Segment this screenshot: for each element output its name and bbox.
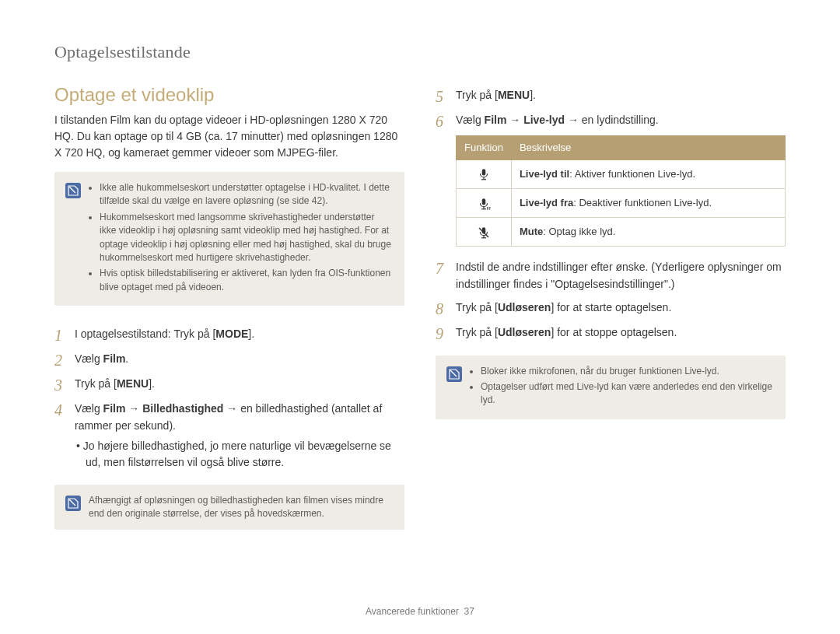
- mic-mute-icon: [457, 218, 512, 247]
- row2-desc: : Deaktiver funktionen Live-lyd.: [573, 197, 712, 208]
- sound-options-table: Funktion Beskrivelse Live-lyd til: Aktiv…: [456, 135, 786, 247]
- step-7: 7 Indstil de andre indstillinger efter ø…: [436, 259, 786, 292]
- step-number: 5: [436, 87, 448, 106]
- mode-label: MODE: [215, 328, 248, 340]
- step-number: 8: [436, 299, 448, 318]
- step-number: 2: [54, 351, 67, 370]
- note3-item: Bloker ikke mikrofonen, når du bruger fu…: [481, 365, 775, 378]
- table-row: FF Live-lyd fra: Deaktiver funktionen Li…: [457, 188, 786, 217]
- step-5: 5 Tryk på [MENU].: [436, 87, 786, 106]
- note3-item: Optagelser udført med Live-lyd kan være …: [481, 380, 775, 408]
- note1-item: Hvis optisk billedstabilisering er aktiv…: [100, 267, 394, 294]
- row3-label: Mute: [520, 226, 543, 237]
- step-number: 1: [54, 326, 67, 345]
- row2-label: Live-lyd fra: [520, 197, 573, 208]
- billedhastighed-label: Billedhastighed: [142, 402, 223, 415]
- arrow: →: [125, 402, 142, 415]
- step2-post: .: [125, 352, 128, 365]
- step6-a: Vælg: [456, 114, 485, 126]
- menu-label: MENU: [117, 377, 149, 390]
- film-label: Film: [485, 114, 507, 126]
- step8-post: ] for at starte optagelsen.: [551, 301, 671, 313]
- step-6: 6 Vælg Film → Live-lyd → en lydindstilli…: [436, 112, 786, 247]
- mic-on-icon: [457, 159, 512, 188]
- note-icon: [65, 183, 81, 198]
- step6-tail: → en lydindstilling.: [565, 114, 659, 126]
- note-box-2: Afhængigt af opløsningen og billedhastig…: [54, 485, 404, 531]
- th-funktion: Funktion: [457, 135, 512, 159]
- step4-a: Vælg: [75, 402, 103, 415]
- step1-post: ].: [248, 328, 254, 340]
- footer-page: 37: [464, 606, 474, 617]
- table-row: Live-lyd til: Aktiver funktionen Live-ly…: [457, 159, 786, 188]
- th-beskrivelse: Beskrivelse: [511, 135, 785, 159]
- note-box-1: Ikke alle hukommelseskort understøtter o…: [54, 172, 404, 306]
- udloseren-label: Udløseren: [498, 301, 551, 313]
- svg-text:FF: FF: [487, 206, 491, 210]
- left-column: Optage et videoklip I tilstanden Film ka…: [54, 84, 404, 530]
- intro-text: I tilstanden Film kan du optage videoer …: [54, 112, 404, 161]
- step7-text: Indstil de andre indstillinger efter øns…: [456, 259, 786, 292]
- step-4: 4 Vælg Film → Billedhastighed → en bille…: [54, 401, 404, 470]
- step9-pre: Tryk på [: [456, 326, 498, 338]
- mic-off-icon: FF: [457, 188, 512, 217]
- film-label: Film: [103, 352, 126, 365]
- row1-label: Live-lyd til: [520, 168, 569, 180]
- note-icon: [65, 496, 81, 511]
- note-box-3: Bloker ikke mikrofonen, når du bruger fu…: [436, 356, 786, 419]
- step9-post: ] for at stoppe optagelsen.: [551, 326, 677, 338]
- step-number: 6: [436, 112, 448, 247]
- step3-post: ].: [149, 377, 155, 390]
- step2-pre: Vælg: [75, 352, 103, 365]
- note1-item: Hukommelseskort med langsomme skrivehast…: [100, 211, 394, 265]
- step-number: 7: [436, 259, 448, 292]
- table-row: Mute: Optag ikke lyd.: [457, 218, 786, 247]
- svg-rect-3: [482, 198, 486, 205]
- note2-text: Afhængigt af opløsningen og billedhastig…: [89, 494, 394, 521]
- step-number: 3: [54, 376, 67, 394]
- step4-bullet: Jo højere billedhastighed, jo mere natur…: [75, 438, 404, 471]
- step-number: 4: [54, 401, 67, 470]
- live-lyd-label: Live-lyd: [523, 114, 565, 126]
- step-number: 9: [436, 324, 448, 343]
- step-2: 2 Vælg Film.: [54, 351, 404, 370]
- step5-post: ].: [530, 89, 536, 101]
- udloseren-label: Udløseren: [498, 326, 551, 338]
- arrow: →: [506, 114, 523, 126]
- step-3: 3 Tryk på [MENU].: [54, 376, 404, 394]
- section-header: Optagelsestilstande: [54, 42, 786, 62]
- svg-rect-0: [482, 170, 486, 176]
- page-title: Optage et videoklip: [54, 84, 404, 106]
- film-label: Film: [103, 402, 126, 415]
- row3-desc: : Optag ikke lyd.: [543, 226, 615, 237]
- step5-pre: Tryk på [: [456, 89, 498, 101]
- step-9: 9 Tryk på [Udløseren] for at stoppe opta…: [436, 324, 786, 343]
- step8-pre: Tryk på [: [456, 301, 498, 313]
- row1-desc: : Aktiver funktionen Live-lyd.: [569, 168, 695, 180]
- step3-pre: Tryk på [: [75, 377, 117, 390]
- note-icon: [446, 366, 462, 382]
- menu-label: MENU: [498, 89, 530, 101]
- right-column: 5 Tryk på [MENU]. 6 Vælg Film → Live-lyd…: [436, 84, 786, 530]
- step-8: 8 Tryk på [Udløseren] for at starte opta…: [436, 299, 786, 318]
- footer-text: Avancerede funktioner: [366, 606, 459, 617]
- page-footer: Avancerede funktioner 37: [0, 606, 840, 617]
- step1-text: I optagelsestilstand: Tryk på [: [75, 328, 215, 340]
- note1-item: Ikke alle hukommelseskort understøtter o…: [100, 181, 394, 208]
- step-1: 1 I optagelsestilstand: Tryk på [MODE].: [54, 326, 404, 345]
